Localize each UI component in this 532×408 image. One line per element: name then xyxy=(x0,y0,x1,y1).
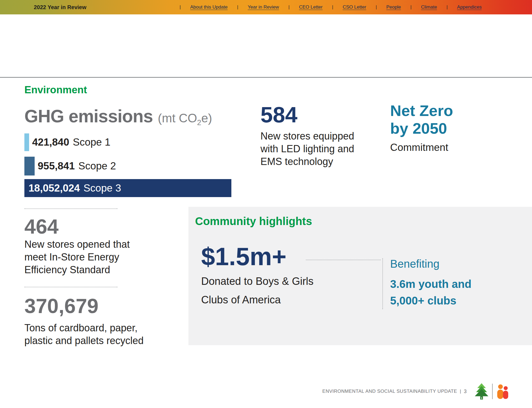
svg-text:1: 1 xyxy=(481,396,482,399)
page-footer: ENVIRONMENTAL AND SOCIAL SUSTAINABILITY … xyxy=(322,382,510,401)
header-divider xyxy=(0,77,532,78)
family-dollar-logo xyxy=(495,383,510,399)
nav-link-appendices[interactable]: Appendices xyxy=(457,4,482,10)
donation-amount: $1.5m+ xyxy=(201,242,287,271)
footer-separator: | xyxy=(460,389,461,394)
net-zero-subtitle: Commitment xyxy=(390,142,448,153)
logo-divider xyxy=(492,384,493,399)
nav-separator: | xyxy=(332,4,333,10)
scope1-label: 421,840Scope 1 xyxy=(32,136,111,148)
stat-led-stores-value: 584 xyxy=(260,102,297,128)
co2-subscript: 2 xyxy=(197,118,201,127)
nav-links: | About this Update | Year in Review | C… xyxy=(180,0,482,14)
nav-link-cso-letter[interactable]: CSO Letter xyxy=(343,4,366,10)
nav-link-ceo-letter[interactable]: CEO Letter xyxy=(299,4,323,10)
dotted-connector xyxy=(306,260,381,260)
report-page: 2022 Year in Review | About this Update … xyxy=(0,0,532,408)
nav-separator: | xyxy=(237,4,238,10)
scope2-label: 955,841Scope 2 xyxy=(38,160,116,172)
donation-desc: Donated to Boys & Girls Clubs of America xyxy=(201,272,314,309)
page-number: 3 xyxy=(464,389,467,394)
top-navigation: 2022 Year in Review | About this Update … xyxy=(0,0,532,14)
stat-led-stores-desc: New stores equipped with LED lighting an… xyxy=(260,130,354,168)
nav-link-people[interactable]: People xyxy=(386,4,401,10)
section-label-environment: Environment xyxy=(24,84,87,96)
scope1-bar xyxy=(24,133,29,151)
dotted-vertical-divider xyxy=(382,258,383,309)
nav-separator: | xyxy=(180,4,181,10)
net-zero-title: Net Zero by 2050 xyxy=(390,102,453,137)
scope3-bar: 18,052,024Scope 3 xyxy=(24,179,231,197)
stat-new-stores-value: 464 xyxy=(24,215,58,238)
ghg-bar-row-scope1: 421,840Scope 1 xyxy=(24,133,111,151)
stat-new-stores-desc: New stores opened that meet In-Store Ene… xyxy=(24,238,130,276)
nav-link-climate[interactable]: Climate xyxy=(421,4,437,10)
ghg-bar-row-scope2: 955,841Scope 2 xyxy=(24,157,116,175)
nav-link-year-in-review[interactable]: Year in Review xyxy=(248,4,279,10)
dotted-divider xyxy=(24,287,117,287)
benefit-label: Benefiting xyxy=(390,258,439,270)
scope2-bar xyxy=(24,157,35,175)
dollar-tree-logo: 1 xyxy=(474,383,489,400)
dotted-divider xyxy=(24,208,117,209)
nav-separator: | xyxy=(446,4,447,10)
benefit-detail: 3.6m youth and 5,000+ clubs xyxy=(390,276,471,309)
ghg-unit: (mt CO2e) xyxy=(158,111,212,127)
footer-text: ENVIRONMENTAL AND SOCIAL SUSTAINABILITY … xyxy=(322,389,457,394)
scope3-label: 18,052,024Scope 3 xyxy=(29,182,121,194)
ghg-emissions-title: GHG emissions (mt CO2e) xyxy=(24,106,212,127)
report-title: 2022 Year in Review xyxy=(34,4,86,11)
stat-recycled-desc: Tons of cardboard, paper, plastic and pa… xyxy=(24,322,144,347)
nav-separator: | xyxy=(410,4,411,10)
nav-separator: | xyxy=(288,4,290,10)
nav-separator: | xyxy=(376,4,377,10)
stat-recycled-value: 370,679 xyxy=(24,294,99,318)
ghg-bar-row-scope3: 18,052,024Scope 3 xyxy=(24,179,231,197)
ghg-title-text: GHG emissions xyxy=(24,106,153,126)
nav-link-about-this-update[interactable]: About this Update xyxy=(190,4,227,10)
community-heading: Community highlights xyxy=(195,215,312,228)
